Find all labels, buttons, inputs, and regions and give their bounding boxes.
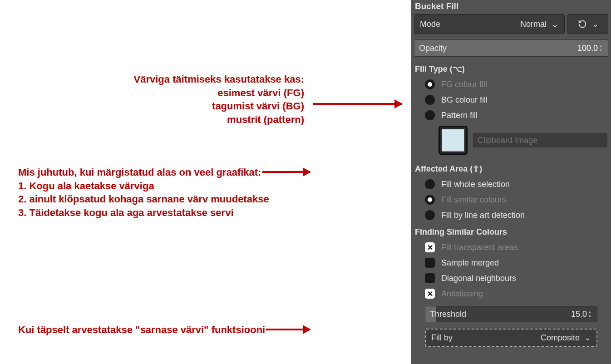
- anno-line: esimest värvi (FG): [134, 86, 304, 100]
- mode-reset-button[interactable]: ⌄: [567, 14, 608, 34]
- fill-type-header: Fill Type (⌥): [411, 59, 611, 77]
- fill-type-pattern-option[interactable]: Pattern fill: [411, 108, 611, 123]
- affected-similar-option[interactable]: Fill similar colours: [411, 192, 611, 207]
- anno-threshold: Kui täpselt arvestatakse "sarnase värvi"…: [18, 323, 265, 337]
- opacity-label: Opacity: [419, 44, 447, 53]
- radio-icon: [425, 179, 435, 189]
- option-label: Sample merged: [441, 258, 499, 268]
- option-label: Fill whole selection: [441, 180, 510, 189]
- checkbox-icon: [425, 258, 435, 268]
- radio-icon: [425, 79, 435, 89]
- option-label: Pattern fill: [441, 111, 478, 120]
- arrow-threshold: [266, 329, 310, 330]
- panel-title: Bucket Fill: [411, 0, 611, 14]
- anno-affected: Mis juhutub, kui märgistatud alas on vee…: [18, 166, 269, 220]
- annotation-layer: Värviga täitmiseks kasutatakse kas: esim…: [0, 0, 409, 364]
- opacity-slider[interactable]: Opacity 100.0 ▴▾: [414, 39, 608, 57]
- anno-line: 2. ainult klõpsatud kohaga sarnane värv …: [18, 192, 269, 206]
- threshold-label: Threshold: [430, 310, 466, 319]
- pattern-preview: [442, 129, 464, 152]
- option-label: Antialiasing: [441, 289, 483, 299]
- fill-by-value: Composite: [541, 333, 580, 343]
- affected-lineart-option[interactable]: Fill by line art detection: [411, 207, 611, 223]
- pattern-name: Clipboard Image: [478, 136, 537, 145]
- anno-line: 3. Täidetakse kogu ala aga arvestatakse …: [18, 206, 269, 220]
- tool-options-panel: Bucket Fill Mode Normal ⌄ ⌄ Opacity 100.…: [411, 0, 611, 364]
- radio-icon: [425, 195, 435, 205]
- radio-icon: [425, 210, 435, 220]
- threshold-slider[interactable]: Threshold 15.0 ▴▾: [425, 306, 597, 322]
- pattern-swatch[interactable]: [439, 126, 468, 155]
- affected-area-header: Affected Area (⇧): [411, 159, 611, 177]
- option-label: Fill similar colours: [441, 195, 506, 205]
- anno-fill-type: Värviga täitmiseks kasutatakse kas: esim…: [134, 73, 304, 127]
- anno-line: tagumist värvi (BG): [134, 99, 304, 113]
- fill-type-bg-option[interactable]: BG colour fill: [411, 92, 611, 108]
- mode-label: Mode: [420, 20, 440, 29]
- radio-icon: [425, 95, 435, 105]
- anno-line: Kui täpselt arvestatakse "sarnase värvi"…: [18, 323, 265, 337]
- option-label: Fill by line art detection: [441, 211, 525, 220]
- checkbox-icon: ✕: [425, 289, 435, 299]
- diagonal-check[interactable]: Diagonal neighbours: [411, 271, 611, 286]
- option-label: BG colour fill: [441, 95, 488, 105]
- pattern-name-field[interactable]: Clipboard Image: [473, 133, 607, 148]
- radio-icon: [425, 110, 435, 120]
- mode-value: Normal: [520, 20, 547, 29]
- option-label: Diagonal neighbours: [441, 274, 516, 283]
- antialiasing-check[interactable]: ✕ Antialiasing: [411, 286, 611, 301]
- chevron-down-icon: ⌄: [584, 333, 591, 343]
- opacity-value: 100.0: [577, 44, 598, 53]
- chevron-down-icon: ⌄: [592, 19, 599, 29]
- anno-line: 1. Kogu ala kaetakse värviga: [18, 179, 269, 193]
- mode-select[interactable]: Mode Normal ⌄: [414, 14, 565, 34]
- fill-type-fg-option[interactable]: FG colour fill: [411, 77, 611, 92]
- threshold-value: 15.0: [571, 310, 587, 319]
- anno-line: Värviga täitmiseks kasutatakse kas:: [134, 73, 304, 86]
- spinner-arrows-icon[interactable]: ▴▾: [600, 40, 607, 56]
- option-label: Fill transparent areas: [441, 243, 518, 252]
- pattern-row: Clipboard Image: [411, 123, 611, 159]
- arrow-affected: [262, 171, 310, 173]
- finding-header: Finding Similar Colours: [411, 223, 611, 240]
- chevron-down-icon: ⌄: [551, 19, 559, 30]
- fill-by-label: Fill by: [431, 333, 453, 343]
- spinner-arrows-icon[interactable]: ▴▾: [589, 306, 596, 322]
- mode-row: Mode Normal ⌄ ⌄: [411, 14, 611, 37]
- arrow-fill-type: [313, 103, 402, 105]
- fill-by-select[interactable]: Fill by Composite ⌄: [425, 329, 597, 347]
- checkbox-icon: [425, 273, 435, 283]
- affected-whole-option[interactable]: Fill whole selection: [411, 177, 611, 192]
- anno-line: mustrit (pattern): [134, 113, 304, 127]
- fill-transparent-check[interactable]: ✕ Fill transparent areas: [411, 240, 611, 255]
- anno-line: Mis juhutub, kui märgistatud alas on vee…: [18, 166, 269, 179]
- checkbox-icon: ✕: [425, 242, 435, 252]
- reset-icon: [577, 19, 587, 29]
- sample-merged-check[interactable]: Sample merged: [411, 255, 611, 271]
- option-label: FG colour fill: [441, 80, 487, 89]
